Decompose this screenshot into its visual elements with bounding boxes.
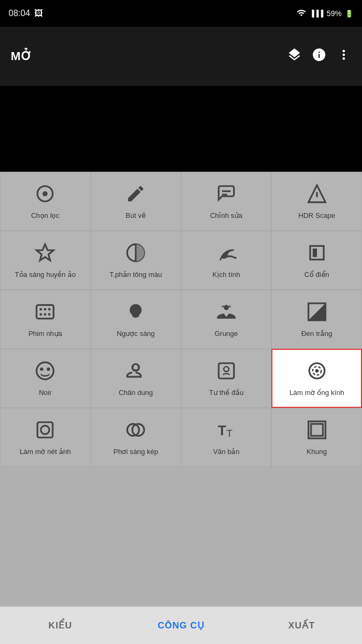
tool-but-ve[interactable]: Bút vẽ — [91, 172, 181, 231]
tool-t-phan[interactable]: T.phản tông màu — [91, 231, 181, 290]
svg-text:T: T — [226, 427, 233, 438]
nguoc-sang-icon — [125, 302, 146, 325]
khung-label: Khung — [307, 448, 327, 457]
lam-mo-net-anh-label: Làm mờ nét ảnh — [20, 448, 71, 457]
svg-text:T: T — [218, 422, 226, 437]
tool-phim-nhua[interactable]: Phim nhựa — [0, 290, 91, 349]
den-trang-icon — [307, 302, 327, 325]
t-phan-icon — [125, 243, 146, 266]
chan-dung-label: Chân dung — [119, 389, 153, 398]
status-right: ▐▐▐ 59% 🔋 — [297, 8, 353, 19]
lam-mo-ong-kinh-icon — [307, 361, 327, 384]
tu-the-dau-icon — [216, 361, 237, 384]
lam-mo-net-anh-icon — [35, 420, 55, 443]
svg-point-1 — [43, 191, 48, 196]
but-ve-label: Bút vẽ — [125, 211, 146, 221]
tool-co-dien[interactable]: Cổ điển — [271, 231, 362, 290]
svg-point-18 — [224, 305, 229, 310]
grunge-icon — [216, 302, 237, 325]
battery-icon: 🔋 — [345, 10, 353, 18]
tool-chan-dung[interactable]: Chân dung — [91, 349, 181, 408]
svg-point-25 — [132, 365, 134, 367]
hdr-scape-icon — [307, 184, 327, 207]
tool-chinh-sua[interactable]: Chỉnh sửa — [181, 172, 272, 231]
svg-point-26 — [137, 365, 139, 367]
chon-loc-icon — [35, 184, 55, 207]
kich-tinh-label: Kịch tính — [212, 270, 240, 280]
svg-point-30 — [228, 368, 230, 369]
top-icons — [287, 47, 351, 65]
tu-the-dau-label: Tư thế đầu — [209, 389, 243, 398]
hdr-scape-label: HDR Scape — [298, 211, 335, 221]
svg-point-22 — [40, 367, 43, 370]
tool-lam-mo-ong-kinh[interactable]: Làm mờ ống kính — [271, 349, 362, 408]
van-ban-label: Văn bản — [213, 448, 239, 457]
preview-area — [0, 86, 362, 172]
tool-lam-mo-net-anh[interactable]: Làm mờ nét ảnh — [0, 408, 91, 467]
info-icon[interactable] — [312, 47, 327, 65]
van-ban-icon: TT — [216, 420, 237, 443]
svg-point-14 — [48, 308, 51, 310]
layers-icon[interactable] — [287, 47, 302, 65]
svg-point-23 — [47, 367, 50, 370]
tool-phoi-sang-kep[interactable]: Phơi sáng kép — [91, 408, 181, 467]
lam-mo-ong-kinh-label: Làm mờ ống kính — [290, 389, 344, 398]
tool-toa-sang[interactable]: Tỏa sáng huyền ảo — [0, 231, 91, 290]
bottom-tab-bar: KIỂU CÔNG CỤ XUẤT — [0, 606, 362, 644]
toa-sang-icon — [35, 243, 55, 266]
kich-tinh-icon — [216, 243, 237, 266]
tool-grunge[interactable]: Grunge — [181, 290, 272, 349]
tool-noir[interactable]: Noir — [0, 349, 91, 408]
noir-icon — [35, 361, 55, 384]
status-bar: 08:04 🖼 ▐▐▐ 59% 🔋 — [0, 0, 362, 27]
svg-marker-6 — [37, 244, 54, 260]
svg-point-12 — [40, 308, 42, 310]
svg-point-13 — [44, 308, 47, 310]
svg-marker-20 — [308, 303, 326, 320]
phoi-sang-kep-icon — [125, 420, 146, 443]
tool-hdr-scape[interactable]: HDR Scape — [271, 172, 362, 231]
phim-nhua-label: Phim nhựa — [28, 330, 62, 339]
top-bar: MỞ — [0, 27, 362, 86]
time-display: 08:04 — [9, 9, 30, 18]
tool-van-ban[interactable]: TT Văn bản — [181, 408, 272, 467]
svg-rect-34 — [38, 422, 53, 437]
chon-loc-label: Chọn lọc — [31, 211, 60, 221]
tool-nguoc-sang[interactable]: Ngược sáng — [91, 290, 181, 349]
tool-khung[interactable]: Khung — [271, 408, 362, 467]
khung-icon — [307, 420, 327, 443]
chinh-sua-label: Chỉnh sửa — [210, 211, 242, 221]
tab-xuat[interactable]: XUẤT — [241, 607, 362, 644]
svg-point-29 — [223, 368, 225, 369]
noir-label: Noir — [39, 389, 51, 398]
svg-rect-35 — [41, 426, 49, 434]
more-icon[interactable] — [336, 47, 351, 65]
tool-den-trang[interactable]: Đen trắng — [271, 290, 362, 349]
tab-cong-cu[interactable]: CÔNG CỤ — [121, 607, 241, 644]
top-title: MỞ — [11, 49, 32, 63]
tools-grid-section: Chọn lọc Bút vẽ Chỉnh sửa HDR Scape Tỏ — [0, 172, 362, 467]
tool-kich-tinh[interactable]: Kịch tính — [181, 231, 272, 290]
toa-sang-label: Tỏa sáng huyền ảo — [15, 270, 76, 280]
svg-point-16 — [44, 313, 47, 316]
t-phan-label: T.phản tông màu — [109, 270, 162, 280]
chan-dung-icon — [125, 361, 146, 384]
nguoc-sang-label: Ngược sáng — [117, 330, 155, 339]
phoi-sang-kep-label: Phơi sáng kép — [114, 448, 158, 457]
grunge-label: Grunge — [215, 330, 238, 339]
tool-tu-the-dau[interactable]: Tư thế đầu — [181, 349, 272, 408]
but-ve-icon — [125, 184, 146, 207]
chinh-sua-icon — [216, 184, 237, 207]
tool-chon-loc[interactable]: Chọn lọc — [0, 172, 91, 231]
status-left: 08:04 🖼 — [9, 9, 43, 18]
phim-nhua-icon — [35, 302, 55, 325]
co-dien-label: Cổ điển — [304, 270, 329, 280]
den-trang-label: Đen trắng — [301, 330, 333, 339]
svg-rect-11 — [37, 305, 54, 318]
wifi-icon — [297, 8, 306, 19]
svg-rect-10 — [313, 248, 317, 257]
svg-point-21 — [37, 362, 54, 379]
tab-kieu[interactable]: KIỂU — [0, 607, 121, 644]
svg-point-33 — [315, 369, 318, 372]
svg-rect-41 — [311, 423, 323, 435]
